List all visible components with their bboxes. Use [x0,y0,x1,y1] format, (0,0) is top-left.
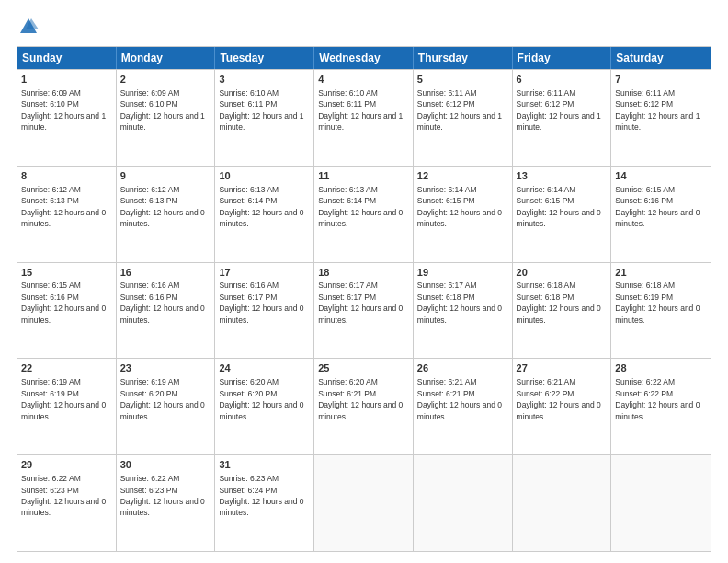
day-info: Sunrise: 6:09 AMSunset: 6:10 PMDaylight:… [21,88,106,132]
day-info: Sunrise: 6:22 AMSunset: 6:22 PMDaylight:… [615,377,700,420]
calendar-cell: 4Sunrise: 6:10 AMSunset: 6:11 PMDaylight… [314,70,414,166]
day-info: Sunrise: 6:09 AMSunset: 6:10 PMDaylight:… [120,88,205,132]
day-number: 26 [417,362,508,375]
calendar-cell: 9Sunrise: 6:12 AMSunset: 6:13 PMDaylight… [117,167,216,262]
calendar-cell: 29Sunrise: 6:22 AMSunset: 6:23 PMDayligh… [17,455,117,551]
header-day-tuesday: Tuesday [215,47,314,69]
header-day-sunday: Sunday [17,47,117,69]
day-info: Sunrise: 6:14 AMSunset: 6:15 PMDaylight:… [417,185,502,228]
day-number: 17 [219,266,310,280]
day-info: Sunrise: 6:22 AMSunset: 6:23 PMDaylight:… [120,474,205,517]
day-number: 9 [120,169,211,183]
logo-icon [18,17,39,37]
header-day-wednesday: Wednesday [314,47,414,69]
day-info: Sunrise: 6:15 AMSunset: 6:16 PMDaylight:… [615,185,700,228]
day-number: 1 [21,73,112,86]
calendar-cell: 25Sunrise: 6:20 AMSunset: 6:21 PMDayligh… [314,359,414,454]
day-info: Sunrise: 6:16 AMSunset: 6:16 PMDaylight:… [120,281,205,324]
calendar-cell: 17Sunrise: 6:16 AMSunset: 6:17 PMDayligh… [215,263,314,359]
day-number: 21 [615,266,707,280]
day-number: 5 [417,73,508,86]
day-info: Sunrise: 6:17 AMSunset: 6:17 PMDaylight:… [318,281,403,324]
header-day-friday: Friday [513,47,612,69]
calendar-cell: 14Sunrise: 6:15 AMSunset: 6:16 PMDayligh… [611,167,711,262]
calendar-cell: 15Sunrise: 6:15 AMSunset: 6:16 PMDayligh… [17,263,117,359]
calendar-cell: 28Sunrise: 6:22 AMSunset: 6:22 PMDayligh… [611,359,711,454]
day-number: 11 [318,169,409,183]
header [17,17,711,37]
day-number: 27 [517,362,608,375]
day-number: 20 [517,266,608,280]
day-number: 19 [417,266,508,280]
day-number: 23 [120,362,211,375]
calendar-cell: 6Sunrise: 6:11 AMSunset: 6:12 PMDaylight… [513,70,612,166]
day-number: 16 [120,266,211,280]
page: SundayMondayTuesdayWednesdayThursdayFrid… [0,0,728,563]
calendar-cell [314,455,414,551]
day-info: Sunrise: 6:12 AMSunset: 6:13 PMDaylight:… [120,185,205,228]
day-number: 29 [21,458,112,472]
calendar-cell: 20Sunrise: 6:18 AMSunset: 6:18 PMDayligh… [513,263,612,359]
calendar-cell: 2Sunrise: 6:09 AMSunset: 6:10 PMDaylight… [117,70,216,166]
calendar-cell: 19Sunrise: 6:17 AMSunset: 6:18 PMDayligh… [414,263,513,359]
header-day-thursday: Thursday [414,47,513,69]
day-info: Sunrise: 6:11 AMSunset: 6:12 PMDaylight:… [517,88,601,132]
day-number: 14 [615,169,707,183]
calendar-cell: 23Sunrise: 6:19 AMSunset: 6:20 PMDayligh… [117,359,216,454]
day-info: Sunrise: 6:13 AMSunset: 6:14 PMDaylight:… [318,185,403,228]
day-number: 12 [417,169,508,183]
header-day-monday: Monday [117,47,216,69]
day-number: 25 [318,362,409,375]
calendar-row-4: 22Sunrise: 6:19 AMSunset: 6:19 PMDayligh… [17,358,711,454]
calendar-header: SundayMondayTuesdayWednesdayThursdayFrid… [17,47,711,69]
day-info: Sunrise: 6:13 AMSunset: 6:14 PMDaylight:… [219,185,303,228]
day-info: Sunrise: 6:11 AMSunset: 6:12 PMDaylight:… [417,88,502,132]
day-number: 7 [615,73,707,86]
calendar-cell: 30Sunrise: 6:22 AMSunset: 6:23 PMDayligh… [117,455,216,551]
calendar-cell [611,455,711,551]
day-info: Sunrise: 6:10 AMSunset: 6:11 PMDaylight:… [318,88,403,132]
calendar-cell: 3Sunrise: 6:10 AMSunset: 6:11 PMDaylight… [215,70,314,166]
calendar-cell: 18Sunrise: 6:17 AMSunset: 6:17 PMDayligh… [314,263,414,359]
day-info: Sunrise: 6:23 AMSunset: 6:24 PMDaylight:… [219,474,303,517]
calendar-cell: 1Sunrise: 6:09 AMSunset: 6:10 PMDaylight… [17,70,117,166]
calendar-cell: 22Sunrise: 6:19 AMSunset: 6:19 PMDayligh… [17,359,117,454]
day-info: Sunrise: 6:20 AMSunset: 6:20 PMDaylight:… [219,377,303,420]
day-info: Sunrise: 6:15 AMSunset: 6:16 PMDaylight:… [21,281,106,324]
day-number: 6 [517,73,608,86]
calendar-cell: 7Sunrise: 6:11 AMSunset: 6:12 PMDaylight… [611,70,711,166]
day-info: Sunrise: 6:12 AMSunset: 6:13 PMDaylight:… [21,185,106,228]
calendar: SundayMondayTuesdayWednesdayThursdayFrid… [17,46,711,552]
day-info: Sunrise: 6:17 AMSunset: 6:18 PMDaylight:… [417,281,502,324]
calendar-body: 1Sunrise: 6:09 AMSunset: 6:10 PMDaylight… [17,69,711,551]
day-info: Sunrise: 6:10 AMSunset: 6:11 PMDaylight:… [219,88,303,132]
calendar-cell: 5Sunrise: 6:11 AMSunset: 6:12 PMDaylight… [414,70,513,166]
calendar-cell: 12Sunrise: 6:14 AMSunset: 6:15 PMDayligh… [414,167,513,262]
calendar-cell: 10Sunrise: 6:13 AMSunset: 6:14 PMDayligh… [215,167,314,262]
day-number: 8 [21,169,112,183]
logo [17,17,39,37]
calendar-row-2: 8Sunrise: 6:12 AMSunset: 6:13 PMDaylight… [17,166,711,262]
calendar-cell: 8Sunrise: 6:12 AMSunset: 6:13 PMDaylight… [17,167,117,262]
calendar-cell: 13Sunrise: 6:14 AMSunset: 6:15 PMDayligh… [513,167,612,262]
day-number: 31 [219,458,310,472]
day-info: Sunrise: 6:22 AMSunset: 6:23 PMDaylight:… [21,474,106,517]
day-number: 28 [615,362,707,375]
day-number: 24 [219,362,310,375]
day-number: 22 [21,362,112,375]
day-info: Sunrise: 6:18 AMSunset: 6:18 PMDaylight:… [517,281,601,324]
day-info: Sunrise: 6:11 AMSunset: 6:12 PMDaylight:… [615,88,700,132]
day-info: Sunrise: 6:21 AMSunset: 6:21 PMDaylight:… [417,377,502,420]
day-info: Sunrise: 6:19 AMSunset: 6:20 PMDaylight:… [120,377,205,420]
day-number: 18 [318,266,409,280]
calendar-cell: 24Sunrise: 6:20 AMSunset: 6:20 PMDayligh… [215,359,314,454]
day-info: Sunrise: 6:18 AMSunset: 6:19 PMDaylight:… [615,281,700,324]
calendar-row-3: 15Sunrise: 6:15 AMSunset: 6:16 PMDayligh… [17,262,711,359]
calendar-row-5: 29Sunrise: 6:22 AMSunset: 6:23 PMDayligh… [17,454,711,551]
day-number: 10 [219,169,310,183]
day-number: 30 [120,458,211,472]
day-info: Sunrise: 6:19 AMSunset: 6:19 PMDaylight:… [21,377,106,420]
header-day-saturday: Saturday [611,47,711,69]
calendar-cell: 11Sunrise: 6:13 AMSunset: 6:14 PMDayligh… [314,167,414,262]
day-number: 4 [318,73,409,86]
